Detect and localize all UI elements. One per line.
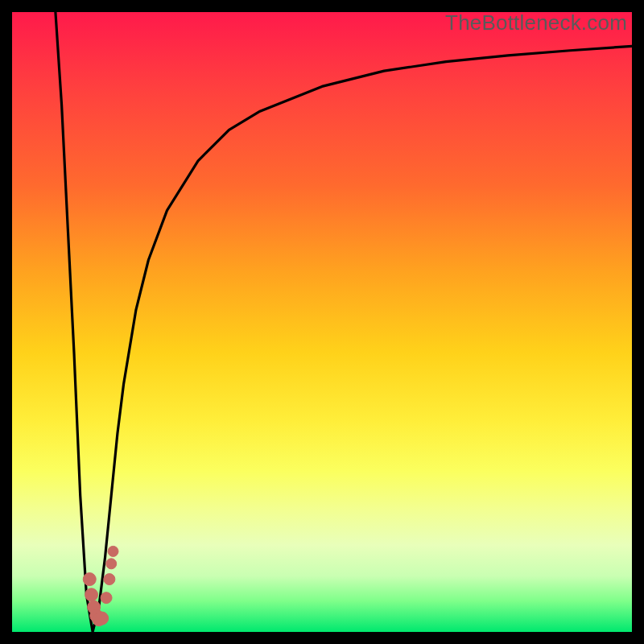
svg-point-5	[96, 612, 109, 625]
svg-point-8	[106, 559, 117, 569]
chart-outer-frame: TheBottleneck.com	[0, 0, 644, 644]
chart-plot-area: TheBottleneck.com	[12, 12, 632, 632]
watermark-wrap: TheBottleneck.com	[445, 12, 627, 36]
watermark-text: TheBottleneck.com	[445, 10, 627, 35]
chart-svg	[12, 12, 632, 632]
bottleneck-curve	[56, 12, 632, 632]
svg-point-1	[85, 588, 98, 601]
svg-point-6	[101, 592, 112, 604]
svg-point-7	[104, 574, 115, 585]
svg-point-9	[108, 546, 118, 556]
svg-point-0	[83, 573, 96, 586]
